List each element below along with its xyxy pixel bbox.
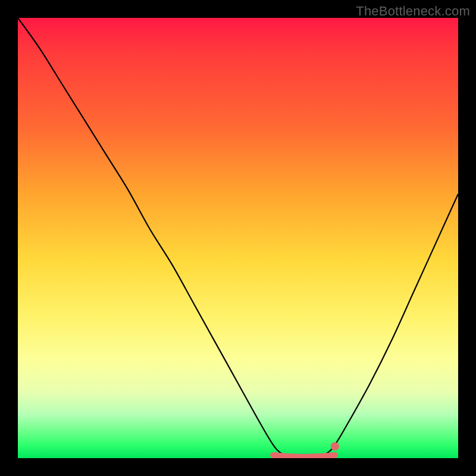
bottleneck-curve (18, 18, 458, 458)
optimal-range-marker (273, 455, 335, 457)
optimal-point-marker (331, 442, 339, 450)
chart-frame: TheBottleneck.com (0, 0, 476, 476)
gradient-plot-area (18, 18, 458, 458)
watermark-text: TheBottleneck.com (356, 4, 470, 19)
curve-line (18, 18, 458, 458)
